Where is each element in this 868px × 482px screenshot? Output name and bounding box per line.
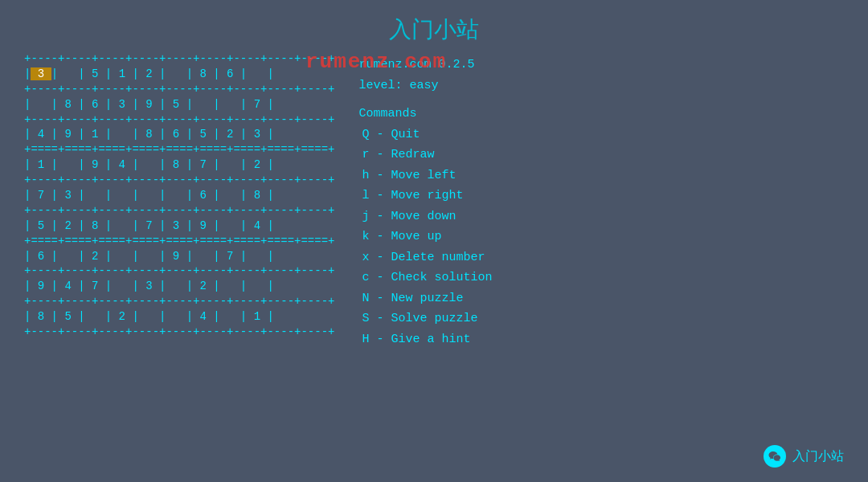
- app-title: 入门小站: [389, 17, 479, 42]
- top-title: 入门小站: [0, 0, 868, 51]
- right-panel: rumenz.com 0.2.5 level: easy Commands Q …: [358, 51, 844, 349]
- commands-title: Commands: [358, 104, 844, 125]
- command-item: H - Give a hint: [358, 329, 844, 350]
- command-item: S - Solve puzzle: [358, 308, 844, 329]
- command-item: r - Redraw: [358, 145, 844, 165]
- command-item: l - Move right: [358, 186, 844, 206]
- bottom-logo: 入门小站: [764, 445, 844, 468]
- rumenz-overlay: rumenz.com: [305, 50, 447, 74]
- command-item: k - Move up: [358, 227, 844, 247]
- bottom-logo-text: 入门小站: [792, 448, 844, 465]
- level-text: level: easy: [358, 76, 844, 96]
- command-item: N - New puzzle: [358, 288, 844, 309]
- command-item: c - Check solution: [358, 268, 844, 288]
- command-item: Q - Quit: [358, 125, 844, 145]
- command-item: j - Move down: [358, 206, 844, 227]
- wechat-icon: [764, 445, 786, 468]
- command-item: x - Delete number: [358, 247, 844, 268]
- sudoku-grid: +----+----+----+----+----+----+----+----…: [24, 51, 334, 349]
- commands-list: Q - Quit r - Redraw h - Move left l - Mo…: [358, 125, 844, 350]
- command-item: h - Move left: [358, 165, 844, 186]
